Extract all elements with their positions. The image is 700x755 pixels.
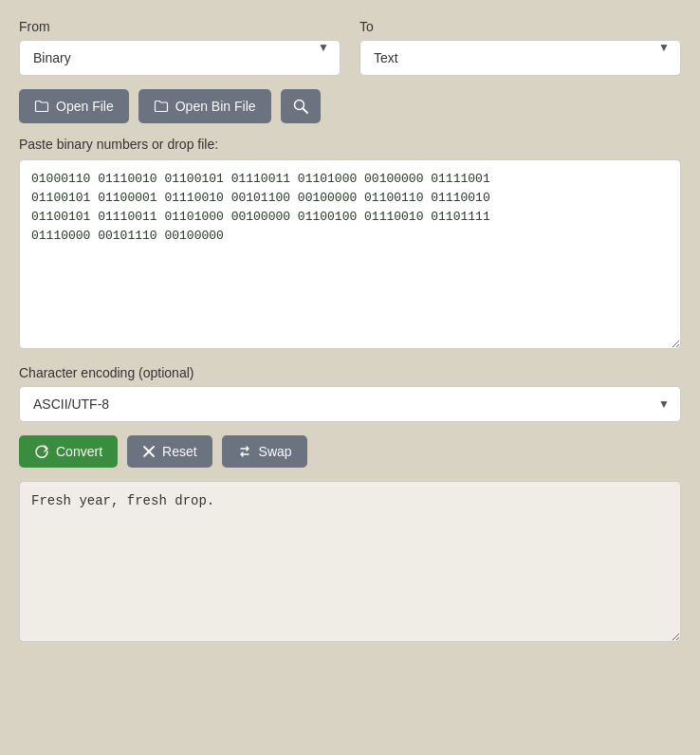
search-icon <box>292 98 309 115</box>
to-select-wrapper: To Text Binary Hex Base64 Decimal Octal … <box>359 19 681 76</box>
folder-icon <box>34 99 49 114</box>
action-buttons-row: Convert Reset Swap <box>19 435 681 468</box>
encoding-section: Character encoding (optional) ASCII/UTF-… <box>19 365 681 422</box>
search-button[interactable] <box>281 89 321 123</box>
convert-label: Convert <box>56 444 102 459</box>
open-bin-file-label: Open Bin File <box>175 99 256 114</box>
input-section: Paste binary numbers or drop file: 01000… <box>19 137 681 352</box>
open-file-label: Open File <box>56 99 114 114</box>
from-to-row: From Binary Text Hex Base64 Decimal Octa… <box>19 19 681 76</box>
binary-input[interactable]: 01000110 01110010 01100101 01110011 0110… <box>19 159 681 349</box>
to-select[interactable]: Text Binary Hex Base64 Decimal Octal <box>359 40 681 76</box>
from-label: From <box>19 19 341 34</box>
output-textarea[interactable]: Fresh year, fresh drop. <box>19 481 681 642</box>
encoding-label: Character encoding (optional) <box>19 365 681 380</box>
file-buttons-row: Open File Open Bin File <box>19 89 681 123</box>
input-label: Paste binary numbers or drop file: <box>19 137 681 152</box>
open-bin-file-button[interactable]: Open Bin File <box>138 89 271 123</box>
encoding-select-wrapper: ASCII/UTF-8 UTF-16 ISO-8859-1 Windows-12… <box>19 386 681 422</box>
swap-button[interactable]: Swap <box>222 435 307 468</box>
svg-line-1 <box>303 109 307 114</box>
from-select[interactable]: Binary Text Hex Base64 Decimal Octal <box>19 40 341 76</box>
output-section: Fresh year, fresh drop. <box>19 481 681 645</box>
reset-button[interactable]: Reset <box>127 435 212 468</box>
swap-icon <box>237 444 252 459</box>
to-label: To <box>359 19 681 34</box>
swap-label: Swap <box>259 444 292 459</box>
convert-icon <box>34 444 49 459</box>
open-file-button[interactable]: Open File <box>19 89 129 123</box>
reset-label: Reset <box>162 444 197 459</box>
encoding-select[interactable]: ASCII/UTF-8 UTF-16 ISO-8859-1 Windows-12… <box>19 386 681 422</box>
page-container: From Binary Text Hex Base64 Decimal Octa… <box>19 19 681 645</box>
folder-bin-icon <box>154 99 169 114</box>
reset-icon <box>142 445 156 458</box>
convert-button[interactable]: Convert <box>19 435 118 468</box>
from-select-wrapper: From Binary Text Hex Base64 Decimal Octa… <box>19 19 341 76</box>
